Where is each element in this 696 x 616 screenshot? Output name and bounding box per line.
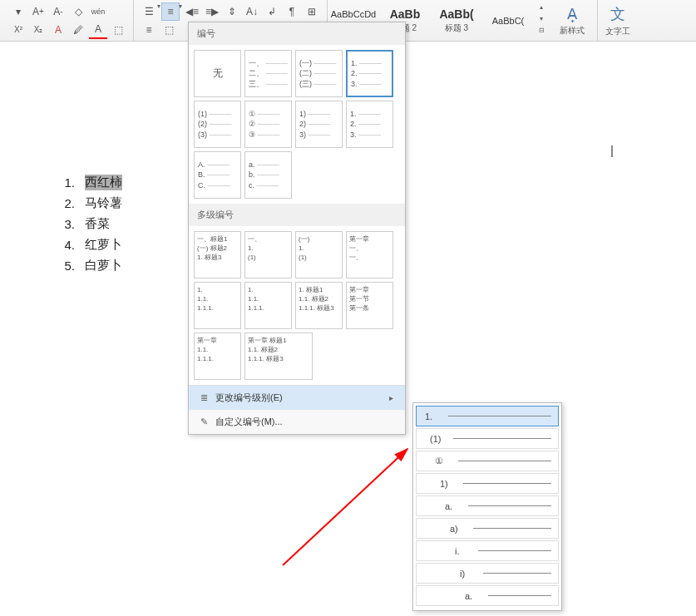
superscript-icon[interactable]: X² [9,21,27,39]
level-submenu: 1.(1)①1)a.a)i.i)a. [412,402,562,611]
font-increase-icon[interactable]: A+ [29,2,47,21]
wrap-icon[interactable]: ↲ [263,2,281,21]
numbering-icon[interactable]: ≡ [161,2,180,21]
numbering-option[interactable]: a. ———b. ———c. ——— [244,151,292,199]
style-scroll: ▴ ▾ ⊟ [536,3,547,38]
level-icon: ≣ [200,392,215,403]
panel-menu: ≣ 更改编号级别(E) ▸ ✎ 自定义编号(M)... [189,385,405,434]
level-item[interactable]: i. [416,540,559,561]
style-item-4[interactable]: AaBbC( [482,2,534,40]
multilevel-grid: 一、标题1(一) 标题2 1. 标题3 一、 1. (1) (一) 1. (1)… [189,226,405,385]
level-item[interactable]: i) [416,563,559,584]
highlight-icon[interactable]: 🖉 [69,21,87,39]
bullets-icon[interactable]: ☰ [140,2,158,21]
style-scroll-up[interactable]: ▴ [536,3,547,15]
style-scroll-down[interactable]: ▾ [536,15,547,27]
text-tool-icon: 文 [610,4,625,24]
phonetic-icon[interactable]: wén [89,2,107,21]
dropdown-arrow[interactable]: ▾ [9,2,27,21]
sort-icon[interactable]: A↓ [243,2,261,21]
style-heading3[interactable]: AaBb( 标题 3 [431,2,482,40]
level-item[interactable]: a. [416,495,559,516]
indent-decrease-icon[interactable]: ◀≡ [183,2,201,21]
new-style-button[interactable]: A͎ 新样式 [552,2,592,40]
level-item[interactable]: a. [416,585,559,606]
level-item[interactable]: 1) [416,473,559,494]
numbering-header: 编号 [189,22,405,45]
numbering-grid: 无 一、 ———二、 ———三、 ——— (一) ———(二) ———(三) —… [189,45,405,204]
change-level-menu[interactable]: ≣ 更改编号级别(E) ▸ [189,386,405,410]
font-decrease-icon[interactable]: A- [49,2,67,21]
numbering-dropdown[interactable]: ▾ [179,2,182,21]
multilevel-option[interactable]: 一、 1. (1) [244,231,292,278]
numbering-none[interactable]: 无 [194,50,241,97]
tabs-icon[interactable]: ⊞ [303,2,321,21]
align-left-icon[interactable]: ≡ [140,21,158,39]
multilevel-option[interactable]: 1. 标题11.1. 标题21.1.1. 标题3 [295,282,343,329]
indent-increase-icon[interactable]: ≡▶ [203,2,221,21]
level-item[interactable]: 1. [416,406,559,426]
subscript-icon[interactable]: X₂ [29,21,47,39]
numbering-option[interactable]: 1. ———2. ———3. ——— [346,50,393,97]
level-item[interactable]: (1) [416,428,559,449]
multilevel-option[interactable]: 第一章 一、 一、 [346,231,393,278]
numbering-option[interactable]: A. ———B. ———C. ——— [194,151,241,199]
multilevel-option[interactable]: 第一章 标题11.1. 标题21.1.1. 标题3 [244,333,313,380]
show-marks-icon[interactable]: ¶ [283,2,301,21]
text-tool-button[interactable]: 文 文字工 [598,2,638,40]
level-item[interactable]: a) [416,518,559,539]
numbering-option[interactable]: 1) ———2) ———3) ——— [295,101,343,148]
align-group-icon[interactable]: ⬚ [160,21,178,39]
char-border-icon[interactable]: ⬚ [109,21,127,39]
clear-format-icon[interactable]: ◇ [69,2,87,21]
multilevel-option[interactable]: (一) 1. (1) [295,231,343,278]
numbering-option[interactable]: (一) ———(二) ———(三) ——— [295,50,343,97]
numbering-option[interactable]: ① ———② ———③ ——— [244,101,292,148]
style-expand[interactable]: ⊟ [536,27,547,38]
level-item[interactable]: ① [416,451,559,471]
multilevel-option[interactable]: 第一章1.1.1.1.1. [194,333,241,380]
font-color-a-icon[interactable]: A [89,21,107,39]
numbering-option[interactable]: 一、 ———二、 ———三、 ——— [244,50,292,97]
multilevel-option[interactable]: 1. 1.1. 1.1.1. [194,282,241,329]
multilevel-option[interactable]: 一、标题1(一) 标题2 1. 标题3 [194,231,241,278]
numbering-panel: 编号 无 一、 ———二、 ———三、 ——— (一) ———(二) ———(三… [188,22,406,435]
margin-marker [611,145,613,157]
pencil-icon: ✎ [200,416,215,427]
font-color-icon[interactable]: A [49,21,67,39]
new-style-icon: A͎ [567,5,577,23]
multilevel-option[interactable]: 1. 1.1. 1.1.1. [244,282,292,329]
numbering-option[interactable]: (1) ———(2) ———(3) ——— [194,101,241,148]
multilevel-header: 多级编号 [189,204,405,226]
chevron-right-icon: ▸ [389,393,393,402]
numbering-option[interactable]: 1. ———2. ———3. ——— [346,101,393,148]
bullets-dropdown[interactable]: ▾ [157,2,160,21]
font-group: ▾ A+ A- ◇ wén X² X₂ A 🖉 A ⬚ [3,0,134,41]
svg-line-1 [283,449,407,565]
multilevel-option[interactable]: 第一章第一节第一条 [346,282,393,329]
custom-numbering-menu[interactable]: ✎ 自定义编号(M)... [189,410,405,434]
line-spacing-icon[interactable]: ⇕ [223,2,241,21]
